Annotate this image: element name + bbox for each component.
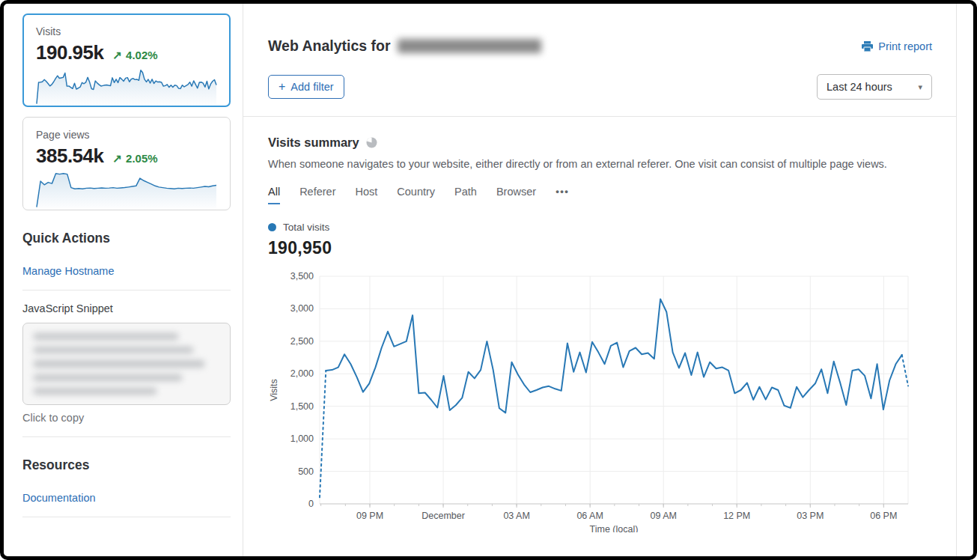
metric-card-delta: ↗2.05% — [112, 152, 157, 165]
dashed-line-end — [902, 355, 908, 386]
y-tick-label: 2,500 — [290, 336, 314, 347]
sparkline-chart — [36, 67, 217, 107]
divider — [22, 436, 231, 437]
blurred-code-line — [34, 360, 204, 367]
manage-hostname-link[interactable]: Manage Hostname — [22, 265, 231, 277]
x-tick-label: 06 PM — [870, 511, 897, 521]
y-tick-label: 3,000 — [290, 303, 314, 314]
divider — [243, 116, 956, 117]
quick-actions-title: Quick Actions — [22, 231, 231, 246]
y-tick-label: 2,000 — [290, 368, 314, 379]
legend-dot-icon — [268, 223, 276, 231]
copy-hint: Click to copy — [22, 412, 231, 424]
metric-card-delta-value: 4.02% — [126, 49, 158, 61]
x-tick-label: 12 PM — [723, 511, 750, 521]
time-range-value: Last 24 hours — [827, 81, 892, 93]
metric-card-delta: ↗4.02% — [112, 49, 157, 62]
time-range-dropdown[interactable]: Last 24 hours ▾ — [817, 74, 932, 100]
printer-icon — [862, 41, 873, 52]
plus-icon: + — [279, 81, 285, 93]
x-axis-title: Time (local) — [590, 524, 639, 532]
right-margin-strip — [956, 4, 973, 556]
total-visits-value: 190,950 — [268, 238, 932, 258]
x-tick-label: 06 AM — [576, 511, 603, 521]
tab-path[interactable]: Path — [454, 186, 477, 203]
page-title: Web Analytics for — [268, 37, 541, 55]
y-tick-label: 500 — [298, 466, 314, 477]
tab-browser[interactable]: Browser — [496, 186, 536, 203]
legend-total-visits[interactable]: Total visits — [268, 222, 932, 233]
add-filter-button[interactable]: + Add filter — [268, 75, 344, 99]
trend-up-icon: ↗ — [112, 152, 122, 165]
summary-description: When someone navigates to your website, … — [268, 158, 932, 170]
blurred-code-line — [34, 388, 156, 395]
y-tick-label: 0 — [308, 499, 314, 509]
resources-title: Resources — [22, 457, 231, 473]
divider — [22, 290, 231, 290]
y-tick-label: 3,500 — [290, 271, 314, 281]
tab-referer[interactable]: Referer — [299, 186, 335, 203]
metric-card-value: 385.54k — [36, 144, 103, 168]
sparkline-chart — [36, 170, 217, 210]
js-snippet-code-box[interactable] — [22, 323, 231, 405]
dashed-line-start — [320, 371, 326, 497]
print-report-link[interactable]: Print report — [862, 40, 932, 52]
blurred-code-line — [34, 347, 193, 353]
y-tick-label: 1,000 — [290, 433, 314, 444]
app-window: Visits190.95k↗4.02%Page views385.54k↗2.0… — [0, 0, 977, 560]
help-icon[interactable] — [366, 137, 377, 148]
x-tick-label: December — [421, 511, 465, 521]
blurred-domain — [398, 39, 541, 53]
js-snippet-label: JavaScript Snippet — [22, 302, 231, 314]
add-filter-label: Add filter — [290, 81, 333, 93]
main-content: Web Analytics for Print report + Add fil… — [243, 4, 956, 556]
trend-up-icon: ↗ — [112, 49, 122, 62]
summary-title: Visits summary — [268, 136, 359, 150]
metric-card-value: 190.95k — [36, 41, 103, 64]
metric-card-page-views[interactable]: Page views385.54k↗2.05% — [22, 117, 231, 210]
x-tick-label: 09 AM — [650, 511, 676, 521]
tab-country[interactable]: Country — [397, 186, 435, 203]
metric-card-visits[interactable]: Visits190.95k↗4.02% — [22, 13, 231, 107]
divider — [22, 517, 231, 517]
x-tick-label: 03 PM — [797, 511, 824, 521]
metric-card-label: Visits — [36, 25, 217, 37]
x-tick-label: 03 AM — [503, 511, 529, 521]
tab-all[interactable]: All — [268, 186, 280, 204]
documentation-link[interactable]: Documentation — [22, 492, 231, 504]
visits-chart[interactable]: 05001,0001,5002,0002,5003,0003,50009 PMD… — [268, 266, 932, 532]
print-report-label: Print report — [878, 40, 932, 52]
blurred-code-line — [34, 374, 182, 381]
sidebar: Visits190.95k↗4.02%Page views385.54k↗2.0… — [4, 4, 243, 556]
y-axis-title: Visits — [269, 379, 279, 401]
tab-host[interactable]: Host — [355, 186, 377, 203]
metric-card-delta-value: 2.05% — [126, 152, 158, 165]
total-visits-line — [326, 299, 901, 413]
legend-label: Total visits — [283, 222, 329, 233]
page-title-text: Web Analytics for — [268, 37, 391, 55]
metric-cards: Visits190.95k↗4.02%Page views385.54k↗2.0… — [22, 13, 231, 210]
x-tick-label: 09 PM — [356, 511, 383, 521]
chevron-down-icon: ▾ — [918, 82, 922, 92]
summary-tabs: AllRefererHostCountryPathBrowser••• — [268, 186, 932, 204]
y-tick-label: 1,500 — [290, 401, 314, 412]
metric-card-label: Page views — [36, 129, 217, 141]
more-tabs-button[interactable]: ••• — [556, 186, 569, 202]
blurred-code-line — [34, 333, 178, 340]
